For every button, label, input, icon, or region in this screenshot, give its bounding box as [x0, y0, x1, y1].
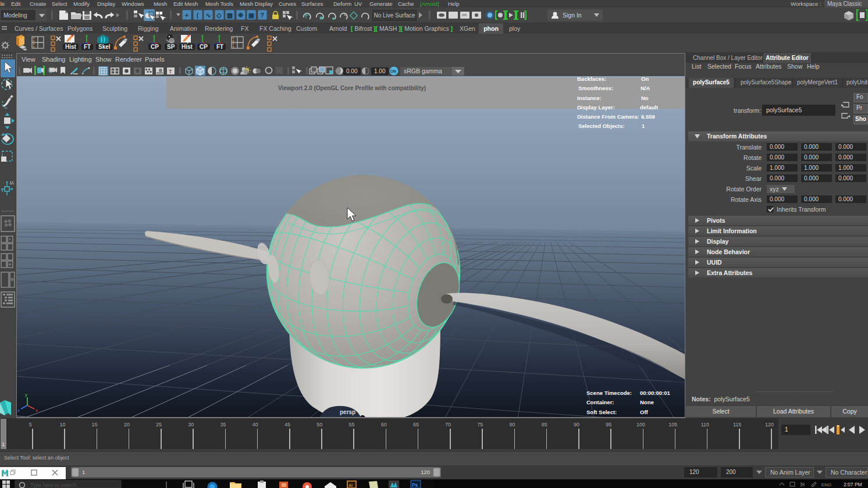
svg-text:Smoothness:: Smoothness: — [578, 85, 613, 91]
svg-text:Ai: Ai — [348, 483, 353, 488]
svg-text:Soft Select:: Soft Select: — [586, 409, 617, 415]
svg-text:ENG: ENG — [821, 482, 831, 487]
svg-text:persp: persp — [340, 409, 355, 415]
svg-text:On: On — [641, 76, 649, 82]
svg-text:Distance From Camera:: Distance From Camera: — [577, 113, 639, 120]
svg-text:Display Layer:: Display Layer: — [577, 104, 615, 111]
svg-text:Ps: Ps — [412, 482, 418, 488]
svg-text:default: default — [640, 104, 659, 111]
svg-text:Type here to search: Type here to search — [30, 482, 77, 488]
svg-text:Backfaces:: Backfaces: — [577, 76, 606, 82]
svg-text:Scene Timecode:: Scene Timecode: — [586, 390, 632, 396]
svg-text:x: x — [35, 408, 38, 413]
svg-text:Selected Objects:: Selected Objects: — [578, 123, 625, 129]
svg-text:y: y — [25, 392, 27, 397]
svg-text:Off: Off — [640, 409, 649, 415]
svg-text:T: T — [169, 69, 172, 74]
svg-text:1.00: 1.00 — [374, 68, 386, 74]
svg-text:00:00:00:01: 00:00:00:01 — [640, 390, 670, 396]
svg-text:Instance:: Instance: — [577, 95, 602, 101]
svg-text:6.559: 6.559 — [641, 113, 655, 120]
svg-text:ON: ON — [390, 69, 396, 73]
svg-text:sRGB gamma: sRGB gamma — [404, 67, 442, 74]
svg-text:1: 1 — [642, 123, 645, 129]
svg-text:z: z — [17, 408, 20, 413]
svg-text:Container:: Container: — [586, 399, 614, 405]
svg-text:None: None — [640, 399, 654, 405]
svg-text:2:07 PM: 2:07 PM — [844, 482, 862, 487]
svg-text:N/A: N/A — [641, 85, 650, 91]
svg-text:Viewport 2.0 (OpenGL Core Prof: Viewport 2.0 (OpenGL Core Profile with c… — [278, 85, 426, 91]
svg-text:IPR: IPR — [462, 13, 467, 17]
svg-text:0.00: 0.00 — [346, 68, 358, 74]
svg-text:No: No — [641, 95, 649, 101]
